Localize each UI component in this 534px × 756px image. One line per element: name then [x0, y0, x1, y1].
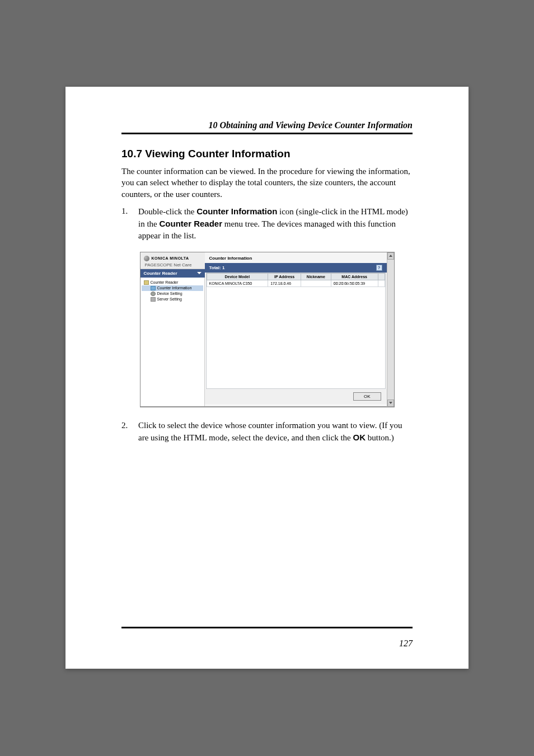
- brand-logo: KONICA MINOLTA: [144, 256, 202, 261]
- col-device-model[interactable]: Device Model: [207, 273, 268, 280]
- gear-icon: [151, 292, 156, 296]
- ok-button[interactable]: OK: [353, 392, 381, 401]
- screenshot: KONICA MINOLTA PAGESCOPE Net Care Counte…: [140, 252, 395, 407]
- col-ip-address[interactable]: IP Address: [268, 273, 301, 280]
- col-spacer: [378, 273, 385, 280]
- step-2: 2. Click to select the device whose coun…: [121, 420, 413, 444]
- app-content: KONICA MINOLTA PAGESCOPE Net Care Counte…: [140, 252, 394, 407]
- section-intro: The counter information can be viewed. I…: [121, 166, 413, 200]
- folder-icon: [144, 280, 149, 285]
- step-list-2: 2. Click to select the device whose coun…: [121, 420, 413, 444]
- arrow-up-icon: [389, 255, 392, 257]
- sidebar-dropdown[interactable]: Counter Reader: [140, 269, 205, 278]
- tree-root-label: Counter Reader: [151, 280, 179, 284]
- scroll-up-button[interactable]: [387, 252, 394, 260]
- cell-mac-address: 00:20:6b:50:05:39: [331, 280, 378, 287]
- brand-name: KONICA MINOLTA: [152, 256, 189, 260]
- cell-spacer: [378, 280, 385, 287]
- table-row[interactable]: KONICA MINOLTA C350 172.18.0.46 00:20:6b…: [207, 280, 385, 287]
- page-number: 127: [399, 638, 413, 648]
- tree-root[interactable]: Counter Reader: [142, 280, 203, 285]
- section-title: 10.7 Viewing Counter Information: [121, 148, 413, 160]
- cell-device-model: KONICA MINOLTA C350: [207, 280, 268, 287]
- tree-counter-info[interactable]: Counter Information: [142, 285, 203, 291]
- step-number: 1.: [121, 205, 138, 242]
- tree-server-setting[interactable]: Server Setting: [142, 297, 203, 302]
- tree-device-setting[interactable]: Device Setting: [142, 291, 203, 297]
- scroll-down-button[interactable]: [387, 400, 394, 407]
- cell-ip-address: 172.18.0.46: [268, 280, 301, 287]
- chapter-header: 10 Obtaining and Viewing Device Counter …: [121, 120, 413, 134]
- tree-device-label: Device Setting: [157, 292, 182, 295]
- table-container: Device Model IP Address Nickname MAC Add…: [206, 273, 386, 389]
- logo-icon: [144, 256, 149, 261]
- tree-counter-label: Counter Information: [157, 286, 192, 290]
- device-table: Device Model IP Address Nickname MAC Add…: [207, 273, 385, 287]
- app-main: Counter Information Total: 1 ? Device Mo…: [205, 252, 387, 406]
- cell-nickname: [301, 280, 331, 287]
- logo-area: KONICA MINOLTA PAGESCOPE Net Care: [140, 252, 205, 269]
- nav-tree: Counter Reader Counter Information Devic…: [140, 278, 205, 406]
- page-footer: 127: [121, 627, 413, 649]
- document-page: 10 Obtaining and Viewing Device Counter …: [65, 87, 469, 669]
- server-icon: [151, 297, 156, 302]
- step-content: Double-click the Counter Information ico…: [138, 205, 413, 242]
- product-name: PAGESCOPE Net Care: [145, 262, 202, 267]
- main-subbar: Total: 1 ?: [205, 263, 387, 273]
- counter-icon: [151, 286, 156, 290]
- dropdown-label: Counter Reader: [144, 271, 177, 276]
- chevron-down-icon: [197, 272, 202, 274]
- scrollbar[interactable]: [387, 252, 394, 407]
- arrow-down-icon: [389, 402, 392, 404]
- col-nickname[interactable]: Nickname: [301, 273, 331, 280]
- app-top: KONICA MINOLTA PAGESCOPE Net Care Counte…: [140, 252, 387, 407]
- help-icon[interactable]: ?: [376, 265, 382, 271]
- step-content: Click to select the device whose counter…: [138, 420, 413, 444]
- total-label: Total: 1: [209, 265, 225, 270]
- step-number: 2.: [121, 420, 138, 444]
- app-window: KONICA MINOLTA PAGESCOPE Net Care Counte…: [140, 252, 395, 407]
- button-row: OK: [205, 389, 387, 404]
- step-1: 1. Double-click the Counter Information …: [121, 205, 413, 242]
- col-mac-address[interactable]: MAC Address: [331, 273, 378, 280]
- main-title: Counter Information: [205, 252, 387, 263]
- app-sidebar: KONICA MINOLTA PAGESCOPE Net Care Counte…: [140, 252, 205, 406]
- table-header-row: Device Model IP Address Nickname MAC Add…: [207, 273, 385, 280]
- step-list: 1. Double-click the Counter Information …: [121, 205, 413, 242]
- tree-server-label: Server Setting: [157, 297, 182, 301]
